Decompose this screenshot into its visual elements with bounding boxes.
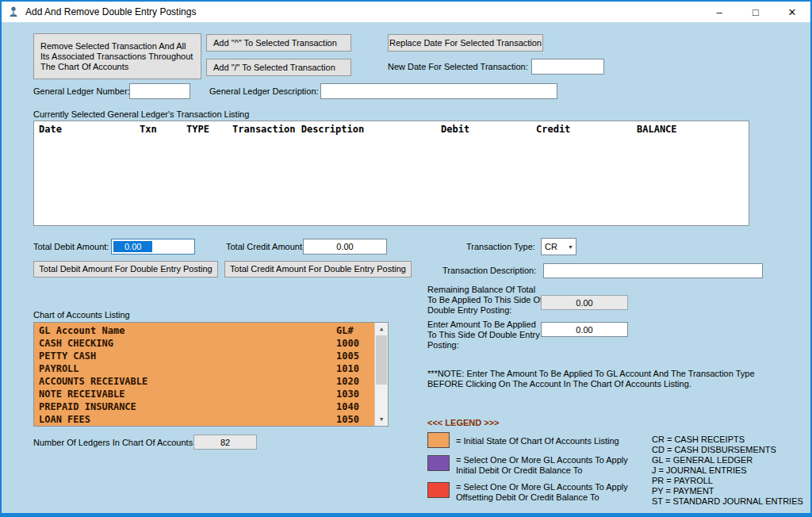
replace-date-button[interactable]: Replace Date For Selected Transaction xyxy=(388,34,543,52)
column-balance: BALANCE xyxy=(637,124,677,135)
new-date-input[interactable] xyxy=(531,59,604,75)
total-credit-label: Total Credit Amount: xyxy=(226,242,304,251)
chevron-down-icon: ▼ xyxy=(568,244,576,250)
gl-description-input[interactable] xyxy=(320,83,557,99)
total-debit-label: Total Debit Amount: xyxy=(33,242,109,251)
coa-number: 1050 xyxy=(336,413,374,426)
coa-number: 1010 xyxy=(336,362,374,375)
coa-name: PREPAID INSURANCE xyxy=(39,400,336,413)
title-bar[interactable]: Add And Remove Double Entry Postings – □… xyxy=(2,2,810,22)
coa-number: 1020 xyxy=(336,375,374,388)
abbreviation-list: CR = CASH RECEIPTS CD = CASH DISBURSEMEN… xyxy=(652,435,803,507)
legend-swatch-select-initial xyxy=(427,455,450,471)
abbreviation: CD = CASH DISBURSEMENTS xyxy=(652,445,803,455)
remove-transaction-button[interactable]: Remove Selected Transaction And All Its … xyxy=(33,33,201,79)
list-item[interactable]: LOAN FEES 1050 xyxy=(39,413,374,426)
transaction-listing-header: Date Txn TYPE Transaction Description De… xyxy=(34,121,749,135)
legend-swatch-initial xyxy=(427,432,450,448)
gl-number-label: General Ledger Number: xyxy=(33,86,130,96)
note-text: ***NOTE: Enter The Amount To Be Applied … xyxy=(427,369,783,389)
column-type: TYPE xyxy=(186,124,232,135)
coa-name: ACCOUNTS RECEIVABLE xyxy=(39,375,336,388)
coa-header-name: GL Account Name xyxy=(39,324,336,337)
list-item[interactable]: ACCOUNTS RECEIVABLE 1020 xyxy=(39,375,374,388)
list-item[interactable]: CASH CHECKING 1000 xyxy=(39,337,374,350)
new-date-label: New Date For Selected Transaction: xyxy=(388,62,528,71)
coa-number: 1030 xyxy=(336,388,374,400)
abbreviation: ST = STANDARD JOURNAL ENTRIES xyxy=(652,496,803,507)
maximize-button[interactable]: □ xyxy=(737,2,774,22)
abbreviation: PY = PAYMENT xyxy=(652,486,803,496)
minimize-button[interactable]: – xyxy=(701,2,737,22)
list-item[interactable]: PETTY CASH 1005 xyxy=(39,350,374,362)
column-txn: Txn xyxy=(140,124,186,135)
gl-number-input[interactable] xyxy=(129,83,190,99)
transaction-listing-caption: Currently Selected General Ledger's Tran… xyxy=(33,109,249,119)
app-window: Add And Remove Double Entry Postings – □… xyxy=(0,0,812,517)
close-button[interactable]: ✕ xyxy=(774,2,810,22)
transaction-listing[interactable]: Date Txn TYPE Transaction Description De… xyxy=(33,121,749,226)
scrollbar-thumb[interactable] xyxy=(376,335,387,385)
total-debit-input[interactable]: 0.00 xyxy=(111,239,195,255)
coa-header-number: GL# xyxy=(336,324,374,337)
remaining-balance-label: Remaining Balance Of Total To Be Applied… xyxy=(427,285,543,316)
legend-label-initial: = Initial State Of Chart Of Accounts Lis… xyxy=(456,436,650,446)
list-item[interactable]: PAYROLL 1010 xyxy=(39,362,374,375)
abbreviation: CR = CASH RECEIPTS xyxy=(652,435,803,445)
coa-scrollbar[interactable]: ▲ ▼ xyxy=(374,323,388,426)
legend-label-select-offsetting: = Select One Or More GL Accounts To Appl… xyxy=(456,482,642,503)
abbreviation: PR = PAYROLL xyxy=(652,476,803,486)
total-credit-input[interactable] xyxy=(303,239,387,255)
scroll-up-icon[interactable]: ▲ xyxy=(375,323,388,335)
legend-title: <<< LEGEND >>> xyxy=(427,418,500,427)
scrollbar-track[interactable] xyxy=(375,335,388,413)
coa-name: LOAN FEES xyxy=(39,413,336,426)
legend-label-select-initial: = Select One Or More GL Accounts To Appl… xyxy=(456,455,642,476)
remaining-balance-field: 0.00 xyxy=(541,295,628,310)
app-icon xyxy=(7,6,20,18)
column-debit: Debit xyxy=(441,124,536,135)
ledger-count-label: Number Of Ledgers In Chart Of Accounts: xyxy=(33,438,195,447)
enter-amount-label: Enter Amount To Be Applied To This Side … xyxy=(427,320,545,350)
total-debit-selected-text: 0.00 xyxy=(113,241,152,252)
chart-of-accounts-listbox[interactable]: GL Account Name GL# CASH CHECKING 1000 P… xyxy=(33,322,389,427)
transaction-type-select[interactable]: CR ▼ xyxy=(541,238,576,255)
chart-of-accounts-caption: Chart of Accounts Listing xyxy=(33,310,130,320)
total-debit-posting-button[interactable]: Total Debit Amount For Double Entry Post… xyxy=(33,261,218,278)
coa-name: PAYROLL xyxy=(39,362,336,375)
coa-number: 1040 xyxy=(336,400,374,413)
column-credit: Credit xyxy=(536,124,637,135)
list-item[interactable]: PREPAID INSURANCE 1040 xyxy=(39,400,374,413)
add-slash-button[interactable]: Add "/" To Selected Transaction xyxy=(206,59,351,76)
enter-amount-input[interactable] xyxy=(541,322,628,337)
add-caret-button[interactable]: Add "^" To Selected Transaction xyxy=(206,34,351,52)
scroll-down-icon[interactable]: ▼ xyxy=(375,413,388,426)
coa-header-row: GL Account Name GL# xyxy=(39,324,374,337)
transaction-type-label: Transaction Type: xyxy=(466,242,535,251)
abbreviation: J = JOURNAL ENTRIES xyxy=(652,465,803,476)
abbreviation: GL = GENERAL LEDGER xyxy=(652,455,803,465)
coa-name: PETTY CASH xyxy=(39,350,336,362)
window-controls: – □ ✕ xyxy=(701,2,810,22)
transaction-type-value: CR xyxy=(545,242,557,251)
gl-description-label: General Ledger Description: xyxy=(209,86,319,96)
ledger-count-field: 82 xyxy=(193,435,257,450)
window-title: Add And Remove Double Entry Postings xyxy=(25,6,196,17)
coa-number: 1000 xyxy=(336,337,374,350)
column-date: Date xyxy=(39,124,140,135)
total-credit-posting-button[interactable]: Total Credit Amount For Double Entry Pos… xyxy=(224,261,412,278)
chart-of-accounts-rows: GL Account Name GL# CASH CHECKING 1000 P… xyxy=(34,323,374,426)
column-description: Transaction Description xyxy=(232,124,441,135)
coa-name: CASH CHECKING xyxy=(39,337,336,350)
coa-name: NOTE RECEIVABLE xyxy=(39,388,336,400)
coa-number: 1005 xyxy=(336,350,374,362)
transaction-description-label: Transaction Description: xyxy=(442,266,536,275)
transaction-description-input[interactable] xyxy=(543,263,763,278)
list-item[interactable]: NOTE RECEIVABLE 1030 xyxy=(39,388,374,400)
legend-swatch-select-offsetting xyxy=(427,482,450,498)
